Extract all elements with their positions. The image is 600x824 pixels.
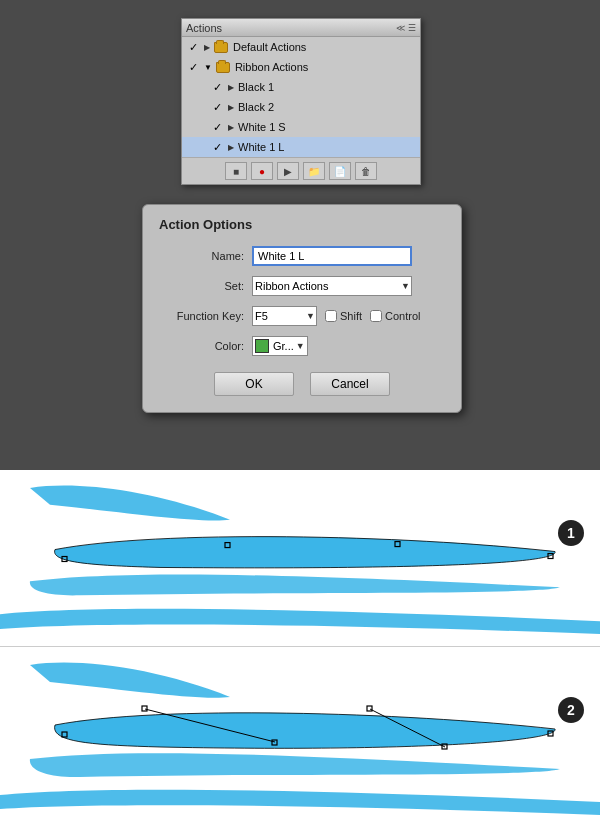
dialog-title: Action Options bbox=[159, 217, 445, 232]
action-row-black2[interactable]: ✓ ▶ Black 2 bbox=[182, 97, 420, 117]
control-label: Control bbox=[385, 310, 420, 322]
label-white1s: White 1 S bbox=[238, 121, 416, 133]
svg-rect-9 bbox=[367, 706, 372, 711]
cancel-button[interactable]: Cancel bbox=[310, 372, 390, 396]
action-row-black1[interactable]: ✓ ▶ Black 1 bbox=[182, 77, 420, 97]
menu-icon[interactable]: ☰ bbox=[408, 23, 416, 33]
color-swatch bbox=[255, 339, 269, 353]
panel-toolbar: ■ ● ▶ 📁 📄 🗑 bbox=[182, 157, 420, 184]
canvas-section-1: 1 bbox=[0, 470, 600, 647]
dialog-buttons: OK Cancel bbox=[159, 372, 445, 396]
section-number-2: 2 bbox=[558, 697, 584, 723]
color-label: Color: bbox=[159, 340, 244, 352]
actions-panel: Actions ≪ ☰ ✓ ▶ Default Actions ✓ ▼ Ribb… bbox=[181, 18, 421, 185]
label-default: Default Actions bbox=[233, 41, 416, 53]
action-row-white1s[interactable]: ✓ ▶ White 1 S bbox=[182, 117, 420, 137]
check-white1l: ✓ bbox=[210, 141, 224, 154]
action-row-ribbon[interactable]: ✓ ▼ Ribbon Actions bbox=[182, 57, 420, 77]
ribbons-svg-2 bbox=[0, 647, 600, 824]
expand-white1s[interactable]: ▶ bbox=[228, 123, 234, 132]
name-label: Name: bbox=[159, 250, 244, 262]
set-row: Set: Ribbon Actions Default Actions ▼ bbox=[159, 276, 445, 296]
folder-default bbox=[214, 42, 228, 53]
name-input[interactable] bbox=[252, 246, 412, 266]
fkey-controls: F5 F1F2F3F4 F6F7F8F9 F10F11F12 ▼ Shift C… bbox=[252, 306, 420, 326]
label-ribbon: Ribbon Actions bbox=[235, 61, 416, 73]
action-row-default[interactable]: ✓ ▶ Default Actions bbox=[182, 37, 420, 57]
set-select-wrapper: Ribbon Actions Default Actions ▼ bbox=[252, 276, 412, 296]
record-button[interactable]: ● bbox=[251, 162, 273, 180]
panel-controls: ≪ ☰ bbox=[396, 23, 416, 33]
collapse-icon[interactable]: ≪ bbox=[396, 23, 405, 33]
expand-black1[interactable]: ▶ bbox=[228, 83, 234, 92]
canvas-section-2: 2 bbox=[0, 647, 600, 824]
set-label: Set: bbox=[159, 280, 244, 292]
color-select-wrapper[interactable]: Gr... ▼ bbox=[252, 336, 308, 356]
fkey-select[interactable]: F5 F1F2F3F4 F6F7F8F9 F10F11F12 bbox=[252, 306, 317, 326]
label-black2: Black 2 bbox=[238, 101, 416, 113]
label-white1l: White 1 L bbox=[238, 141, 416, 153]
shift-checkbox-label[interactable]: Shift bbox=[325, 310, 362, 322]
color-name: Gr... bbox=[273, 340, 294, 352]
stop-button[interactable]: ■ bbox=[225, 162, 247, 180]
action-options-dialog: Action Options Name: Set: Ribbon Actions… bbox=[142, 204, 462, 413]
panel-title: Actions bbox=[186, 22, 222, 34]
shift-checkbox[interactable] bbox=[325, 310, 337, 322]
shift-label: Shift bbox=[340, 310, 362, 322]
set-select[interactable]: Ribbon Actions Default Actions bbox=[252, 276, 412, 296]
action-row-white1l[interactable]: ✓ ▶ White 1 L bbox=[182, 137, 420, 157]
color-row: Color: Gr... ▼ bbox=[159, 336, 445, 356]
control-checkbox-label[interactable]: Control bbox=[370, 310, 420, 322]
play-button[interactable]: ▶ bbox=[277, 162, 299, 180]
new-set-button[interactable]: 📁 bbox=[303, 162, 325, 180]
expand-white1l[interactable]: ▶ bbox=[228, 143, 234, 152]
check-black2: ✓ bbox=[210, 101, 224, 114]
delete-button[interactable]: 🗑 bbox=[355, 162, 377, 180]
label-black1: Black 1 bbox=[238, 81, 416, 93]
expand-black2[interactable]: ▶ bbox=[228, 103, 234, 112]
fkey-label: Function Key: bbox=[159, 310, 244, 322]
control-checkbox[interactable] bbox=[370, 310, 382, 322]
name-row: Name: bbox=[159, 246, 445, 266]
check-ribbon: ✓ bbox=[186, 61, 200, 74]
svg-rect-7 bbox=[142, 706, 147, 711]
fkey-select-wrapper: F5 F1F2F3F4 F6F7F8F9 F10F11F12 ▼ bbox=[252, 306, 317, 326]
fkey-row: Function Key: F5 F1F2F3F4 F6F7F8F9 F10F1… bbox=[159, 306, 445, 326]
section-number-1: 1 bbox=[558, 520, 584, 546]
check-default: ✓ bbox=[186, 41, 200, 54]
expand-ribbon[interactable]: ▼ bbox=[204, 63, 212, 72]
color-dropdown-arrow: ▼ bbox=[296, 341, 305, 351]
new-action-button[interactable]: 📄 bbox=[329, 162, 351, 180]
canvas-area: 1 2 bbox=[0, 470, 600, 824]
check-black1: ✓ bbox=[210, 81, 224, 94]
ribbons-svg-1 bbox=[0, 470, 600, 646]
panel-titlebar: Actions ≪ ☰ bbox=[182, 19, 420, 37]
folder-ribbon bbox=[216, 62, 230, 73]
check-white1s: ✓ bbox=[210, 121, 224, 134]
expand-default[interactable]: ▶ bbox=[204, 43, 210, 52]
ok-button[interactable]: OK bbox=[214, 372, 294, 396]
panel-body: ✓ ▶ Default Actions ✓ ▼ Ribbon Actions ✓… bbox=[182, 37, 420, 157]
